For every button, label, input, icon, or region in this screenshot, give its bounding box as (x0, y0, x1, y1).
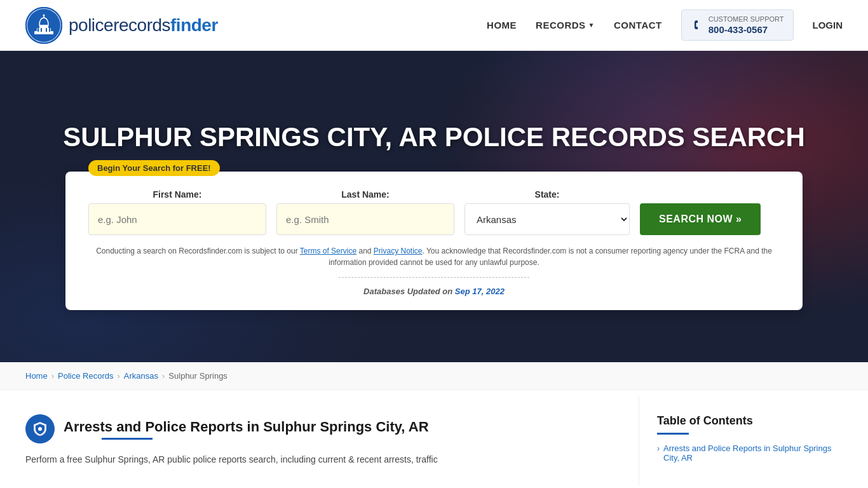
login-button[interactable]: LOGIN (813, 20, 843, 30)
section-title-block: Arrests and Police Reports in Sulphur Sp… (64, 419, 429, 440)
svg-rect-8 (37, 28, 39, 32)
toc-title: Table of Contents (657, 414, 843, 428)
free-search-badge: Begin Your Search for FREE! (88, 160, 220, 176)
records-chevron-icon: ▼ (588, 22, 595, 29)
toc-underline (657, 433, 689, 435)
header: policerecordsfinder HOME RECORDS ▼ CONTA… (0, 0, 868, 51)
bc-sep-1: › (51, 371, 54, 381)
svg-rect-11 (49, 28, 50, 32)
hero-title: SULPHUR SPRINGS CITY, AR POLICE RECORDS … (13, 122, 855, 152)
last-name-label: Last Name: (276, 189, 454, 200)
toc-chevron-icon: › (657, 444, 660, 453)
section-title: Arrests and Police Reports in Sulphur Sp… (64, 419, 429, 435)
svg-rect-10 (46, 28, 47, 32)
first-name-group: First Name: (88, 189, 266, 235)
disclaimer-divider (339, 277, 529, 278)
section-header: Arrests and Police Reports in Sulphur Sp… (25, 414, 621, 444)
db-updated: Databases Updated on Sep 17, 2022 (88, 287, 780, 296)
last-name-group: Last Name: (276, 189, 454, 235)
breadcrumb-current: Sulphur Springs (168, 371, 227, 381)
breadcrumb: Home › Police Records › Arkansas › Sulph… (0, 362, 868, 390)
customer-support-box[interactable]: 🕻 CUSTOMER SUPPORT 800-433-0567 (681, 10, 794, 40)
content-right: Table of Contents › Arrests and Police R… (639, 396, 843, 485)
main-content: Arrests and Police Reports in Sulphur Sp… (0, 396, 868, 485)
bc-sep-3: › (162, 371, 165, 381)
privacy-notice-link[interactable]: Privacy Notice (374, 247, 423, 255)
shield-icon-circle (25, 414, 55, 444)
logo-text: policerecordsfinder (69, 15, 218, 36)
state-group: State: AlabamaAlaskaArizonaArkansasCalif… (465, 189, 630, 235)
hero-section: SULPHUR SPRINGS CITY, AR POLICE RECORDS … (0, 51, 868, 362)
cs-info: CUSTOMER SUPPORT 800-433-0567 (709, 15, 784, 34)
state-label: State: (465, 189, 630, 200)
terms-of-service-link[interactable]: Terms of Service (300, 247, 356, 255)
section-body: Perform a free Sulphur Springs, AR publi… (25, 452, 621, 466)
hero-content: SULPHUR SPRINGS CITY, AR POLICE RECORDS … (0, 103, 868, 310)
breadcrumb-police-records[interactable]: Police Records (58, 371, 113, 381)
search-card: Begin Your Search for FREE! First Name: … (65, 172, 803, 310)
title-underline (102, 438, 153, 440)
svg-point-12 (38, 427, 42, 431)
disclaimer-text: Conducting a search on Recordsfinder.com… (88, 245, 780, 268)
main-nav: HOME RECORDS ▼ CONTACT 🕻 CUSTOMER SUPPOR… (487, 10, 843, 40)
logo-icon (25, 7, 62, 44)
svg-point-7 (43, 14, 45, 16)
headset-icon: 🕻 (691, 18, 703, 32)
breadcrumb-arkansas[interactable]: Arkansas (124, 371, 158, 381)
bc-sep-2: › (117, 371, 119, 381)
svg-rect-9 (41, 28, 42, 32)
nav-home[interactable]: HOME (487, 20, 517, 30)
toc-item-1[interactable]: › Arrests and Police Reports in Sulphur … (657, 444, 843, 463)
first-name-input[interactable] (88, 203, 266, 235)
shield-icon (33, 421, 47, 437)
search-form-row: First Name: Last Name: State: AlabamaAla… (88, 189, 780, 235)
nav-contact[interactable]: CONTACT (614, 20, 662, 30)
breadcrumb-home[interactable]: Home (25, 371, 48, 381)
search-button[interactable]: SEARCH NOW » (640, 203, 761, 235)
toc-item-label: Arrests and Police Reports in Sulphur Sp… (663, 444, 843, 463)
nav-records[interactable]: RECORDS ▼ (536, 20, 595, 30)
last-name-input[interactable] (276, 203, 454, 235)
first-name-label: First Name: (88, 189, 266, 200)
content-left: Arrests and Police Reports in Sulphur Sp… (25, 396, 639, 485)
logo[interactable]: policerecordsfinder (25, 7, 218, 44)
state-select[interactable]: AlabamaAlaskaArizonaArkansasCaliforniaCo… (465, 203, 630, 235)
